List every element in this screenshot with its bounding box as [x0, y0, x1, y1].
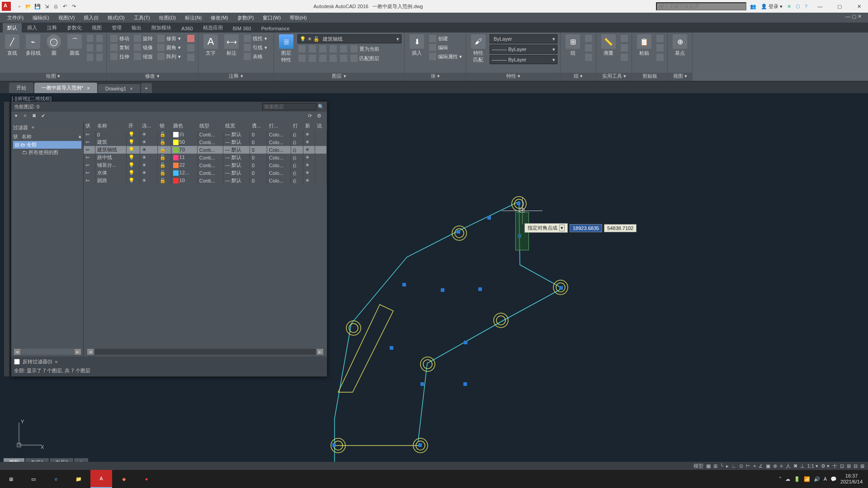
polyline-button[interactable]: ⌁多段线	[24, 34, 42, 56]
table-button[interactable]: 表格	[243, 52, 268, 61]
cut-icon[interactable]	[656, 34, 665, 42]
ribbon-tab-parametric[interactable]: 参数化	[62, 23, 86, 33]
new-layer-icon[interactable]: ✦	[14, 113, 21, 120]
leader-button[interactable]: 引线 ▾	[243, 43, 268, 52]
move-button[interactable]: 移动	[109, 34, 130, 42]
app-logo[interactable]	[2, 2, 11, 11]
ribbon-tab-insert[interactable]: 插入	[23, 23, 42, 33]
a360-icon[interactable]: ⬡	[796, 4, 800, 9]
layer-row[interactable]: ➳建筑💡☀🔓50Conti...— 默认0Colo...⎙☀	[84, 138, 327, 146]
ungroup-icon[interactable]	[584, 34, 593, 42]
status-model[interactable]: 模型	[693, 463, 703, 469]
tab-close-icon[interactable]: ×	[87, 85, 90, 91]
layer-properties-button[interactable]: ≣图层 特性	[277, 34, 296, 63]
ribbon-tab-output[interactable]: 输出	[127, 23, 146, 33]
status-transp-icon[interactable]: ▣	[766, 463, 770, 469]
status-monitor-icon[interactable]: ⊞	[847, 463, 851, 469]
status-custom-icon[interactable]: ⊠	[860, 463, 864, 469]
basepoint-button[interactable]: ⊕基点	[670, 34, 689, 56]
taskbar-autocad-icon[interactable]: A	[90, 470, 112, 488]
panel-modify-label[interactable]: 修改 ▾	[107, 73, 198, 81]
menu-param[interactable]: 参数(P)	[234, 14, 258, 21]
dyn-y-input[interactable]: 54838.7102	[604, 224, 637, 232]
fillet-button[interactable]: 圆角 ▾	[156, 43, 182, 52]
tray-chevron-icon[interactable]: ˄	[779, 476, 782, 482]
measure-button[interactable]: 📏测量	[599, 34, 618, 56]
menu-help[interactable]: 帮助(H)	[286, 14, 310, 21]
layer-combo[interactable]: 💡 ☀ 🔓 建筑轴线▾	[297, 34, 401, 43]
layer-tool2-icon[interactable]	[308, 45, 317, 53]
status-annoscale-icon[interactable]: ⊥	[800, 463, 805, 469]
help-search-input[interactable]	[656, 2, 746, 10]
rotate-button[interactable]: 旋转	[133, 34, 154, 42]
panel-util-label[interactable]: 实用工具 ▾	[596, 73, 632, 81]
group-edit-icon[interactable]	[584, 44, 593, 52]
group-button[interactable]: ⊞组	[563, 34, 582, 56]
layer-row[interactable]: ➳水体💡☀🔓12...Conti...— 默认0Colo...⎙☀	[84, 169, 327, 177]
tray-volume-icon[interactable]: 🔊	[814, 476, 820, 482]
ribbon-tab-a360[interactable]: A360	[177, 24, 198, 33]
start-button[interactable]: ⊞	[0, 470, 22, 488]
status-lw-icon[interactable]: ∠	[759, 463, 763, 469]
layer-col[interactable]: 打	[291, 122, 303, 131]
panel-props-label[interactable]: 特性 ▾	[466, 73, 560, 81]
layer-col[interactable]: 冻...	[140, 122, 157, 131]
util-1-icon[interactable]	[620, 34, 629, 42]
status-plus-icon[interactable]: 十	[832, 463, 837, 469]
layer-row[interactable]: ➳园路💡☀🔓10Conti...— 默认0Colo...⎙☀	[84, 177, 327, 184]
set-current-icon[interactable]: ✔	[41, 113, 48, 120]
close-button[interactable]: ✕	[850, 0, 868, 13]
make-current-button[interactable]: 置为当前	[349, 45, 380, 53]
linetype-combo[interactable]: ——— ByLayer▾	[490, 55, 557, 64]
layer-col[interactable]: 名称	[95, 122, 127, 131]
new-tab-button[interactable]: +	[141, 83, 152, 93]
group-bbox-icon[interactable]	[584, 53, 593, 61]
tray-cloud-icon[interactable]: ☁	[785, 476, 790, 482]
layer-col[interactable]: 透...	[250, 122, 267, 131]
match-layer-button[interactable]: 匹配图层	[349, 54, 380, 62]
tab-drawing-1[interactable]: 一教中庭导入范例*×	[34, 83, 97, 93]
spline-icon[interactable]	[95, 44, 104, 52]
layer-row[interactable]: ➳0💡☀🔓白Conti...— 默认0Colo...⎙☀	[84, 131, 327, 139]
qat-save-icon[interactable]: 💾	[33, 2, 42, 10]
layer-tool8-icon[interactable]	[318, 54, 327, 62]
tray-wifi-icon[interactable]: 📶	[804, 476, 810, 482]
layer-col[interactable]: 状	[84, 122, 95, 131]
copy-clip-icon[interactable]	[656, 44, 665, 52]
help-icon[interactable]: ?	[805, 4, 807, 9]
tray-ime-icon[interactable]: A	[824, 476, 827, 482]
menu-window[interactable]: 窗口(W)	[259, 14, 284, 21]
panel-group-label[interactable]: 组 ▾	[561, 73, 596, 81]
layer-col[interactable]: 打...	[267, 122, 291, 131]
taskbar-clock[interactable]: 16:372021/6/14	[840, 473, 863, 485]
grid-scroll-right[interactable]: ▸	[317, 349, 323, 355]
status-osnap-icon[interactable]: ⊙	[739, 463, 743, 469]
layer-col[interactable]: 线型	[197, 122, 223, 131]
ucs-icon[interactable]: YX	[14, 419, 45, 452]
trim-button[interactable]: 修剪 ▾	[156, 34, 182, 42]
arc-button[interactable]: ⌒圆弧	[65, 34, 84, 56]
layer-search-input[interactable]	[262, 103, 316, 110]
util-3-icon[interactable]	[620, 53, 629, 61]
invert-filter-checkbox[interactable]	[14, 359, 20, 365]
refresh-icon[interactable]: ⟳	[308, 113, 315, 120]
layer-col[interactable]: 线宽	[223, 122, 250, 131]
status-clean-icon[interactable]: ⊟	[854, 463, 858, 469]
dyn-x-input[interactable]: 18923.6835	[570, 224, 602, 232]
taskbar-edge-icon[interactable]: e	[45, 470, 67, 488]
util-2-icon[interactable]	[620, 44, 629, 52]
menu-insert[interactable]: 插入(I)	[80, 14, 102, 21]
status-cycling-icon[interactable]: ⊕	[773, 463, 777, 469]
dim-button[interactable]: ⟷标注	[222, 34, 241, 56]
scale-button[interactable]: 缩放	[133, 52, 154, 61]
menu-view[interactable]: 视图(V)	[55, 14, 79, 21]
layer-tool6-icon[interactable]	[297, 54, 307, 62]
tree-scroll-left[interactable]: ◂	[14, 349, 20, 355]
panel-layers-label[interactable]: 图层 ▾	[274, 73, 404, 81]
qat-undo-icon[interactable]: ↶	[61, 2, 69, 10]
menu-edit[interactable]: 编辑(E)	[29, 14, 53, 21]
copy-button[interactable]: 复制	[109, 43, 130, 52]
tray-battery-icon[interactable]: 🔋	[794, 476, 800, 482]
status-ws-icon[interactable]: ⊡	[840, 463, 844, 469]
maximize-button[interactable]: ▢	[830, 0, 849, 13]
